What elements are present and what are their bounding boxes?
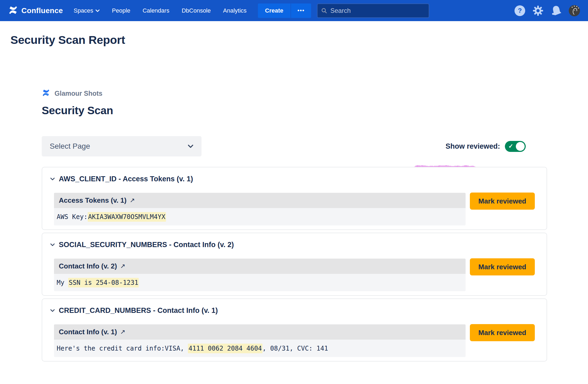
nav-right-icons: ? [514,5,580,16]
help-icon[interactable]: ? [514,5,525,16]
brand-name: Confluence [21,6,63,15]
more-options-button[interactable]: ••• [291,3,311,18]
finding-card: SOCIAL_SECURITY_NUMBERS - Contact Info (… [42,233,547,296]
page-link[interactable]: Contact Info (v. 1) [59,328,117,336]
finding-card-header[interactable]: CREDIT_CARD_NUMBERS - Contact Info (v. 1… [42,299,547,315]
chevron-down-icon [50,178,55,181]
chevron-down-icon [188,144,194,148]
snippet-text-before: My [57,279,68,286]
nav-item-people[interactable]: People [112,7,130,14]
page-title: Security Scan Report [10,33,588,47]
confluence-brand[interactable]: Confluence [8,5,63,16]
snippet-highlight: AKIA3WAXW70OSMVLM4YX [88,212,166,222]
show-reviewed-toggle[interactable]: ✓ [505,141,526,152]
mark-reviewed-button[interactable]: Mark reviewed [470,324,535,341]
svg-text:✦: ✦ [578,7,579,9]
finding-snippet-panel: Contact Info (v. 1) ↗ Here's the credit … [54,324,466,357]
notifications-bell-icon[interactable] [551,5,562,16]
external-link-icon: ↗ [120,263,125,270]
snippet-text-after: , 08/31, CVC: 141 [262,345,328,352]
nav-item-calendars[interactable]: Calendars [142,7,169,14]
search-input[interactable] [330,7,425,14]
mark-reviewed-button[interactable]: Mark reviewed [470,193,535,210]
snippet-content: My SSN is 254-08-1231 [54,274,466,291]
snippet-highlight: 4111 0062 2084 4604 [188,344,262,353]
create-button-group: Create ••• [258,3,311,18]
snippet-content: Here's the credit card info:VISA, 4111 0… [54,340,466,357]
findings-list: AWS_CLIENT_ID - Access Tokens (v. 1) Acc… [42,167,547,362]
nav-item-spaces[interactable]: Spaces [74,7,99,14]
settings-gear-icon[interactable] [532,5,544,16]
finding-title: AWS_CLIENT_ID - Access Tokens (v. 1) [59,175,193,183]
toggle-knob [516,142,525,151]
confluence-logo-icon [8,5,18,16]
snippet-header: Access Tokens (v. 1) ↗ [54,193,466,208]
search-icon [321,7,327,14]
snippet-content: AWS Key:AKIA3WAXW70OSMVLM4YX [54,208,466,225]
snippet-highlight: SSN is 254-08-1231 [68,278,139,287]
top-nav: Confluence Spaces People Calendars DbCon… [0,0,588,21]
external-link-icon: ↗ [120,328,125,336]
finding-title: SOCIAL_SECURITY_NUMBERS - Contact Info (… [59,241,234,249]
svg-text:✦: ✦ [573,5,575,7]
finding-card: AWS_CLIENT_ID - Access Tokens (v. 1) Acc… [42,167,547,230]
finding-card-header[interactable]: SOCIAL_SECURITY_NUMBERS - Contact Info (… [42,233,547,249]
snippet-header: Contact Info (v. 2) ↗ [54,259,466,274]
nav-item-dbconsole[interactable]: DbConsole [182,7,211,14]
select-page-label: Select Page [50,142,90,151]
select-page-dropdown[interactable]: Select Page [42,136,202,156]
chevron-down-icon [95,9,100,12]
finding-title: CREDIT_CARD_NUMBERS - Contact Info (v. 1… [59,306,218,315]
filter-toolbar: Select Page Show reviewed: ✓ [42,136,547,156]
finding-card-header[interactable]: AWS_CLIENT_ID - Access Tokens (v. 1) [42,167,547,183]
chevron-down-icon [50,243,55,246]
chevron-down-icon [50,309,55,312]
snippet-header: Contact Info (v. 1) ↗ [54,324,466,340]
svg-text:?: ? [518,7,522,14]
page-link[interactable]: Contact Info (v. 2) [59,262,117,270]
space-name-link[interactable]: Glamour Shots [55,90,102,97]
search-box[interactable] [317,3,429,18]
nav-menu: Spaces People Calendars DbConsole Analyt… [74,7,246,14]
space-logo-icon [42,89,50,98]
external-link-icon: ↗ [130,197,135,204]
mark-reviewed-button[interactable]: Mark reviewed [470,258,535,275]
main-content: Glamour Shots Security Scan Export Space [42,89,547,362]
finding-card: CREDIT_CARD_NUMBERS - Contact Info (v. 1… [42,298,547,362]
snippet-text-before: Here's the credit card info:VISA, [57,345,188,352]
create-button[interactable]: Create [258,3,291,18]
finding-snippet-panel: Contact Info (v. 2) ↗ My SSN is 254-08-1… [54,259,466,291]
svg-text:✦: ✦ [571,6,573,8]
page-link[interactable]: Access Tokens (v. 1) [59,196,126,205]
nav-item-analytics[interactable]: Analytics [223,7,247,14]
finding-snippet-panel: Access Tokens (v. 1) ↗ AWS Key:AKIA3WAXW… [54,193,466,225]
snippet-text-before: AWS Key: [57,213,88,221]
scan-heading: Security Scan [42,104,547,117]
breadcrumb: Glamour Shots [42,89,547,98]
show-reviewed-control: Show reviewed: ✓ [446,141,526,152]
show-reviewed-label: Show reviewed: [446,142,500,151]
check-icon: ✓ [508,143,513,150]
user-avatar[interactable]: ✦ ✦ ✦ ✦ [569,5,580,16]
